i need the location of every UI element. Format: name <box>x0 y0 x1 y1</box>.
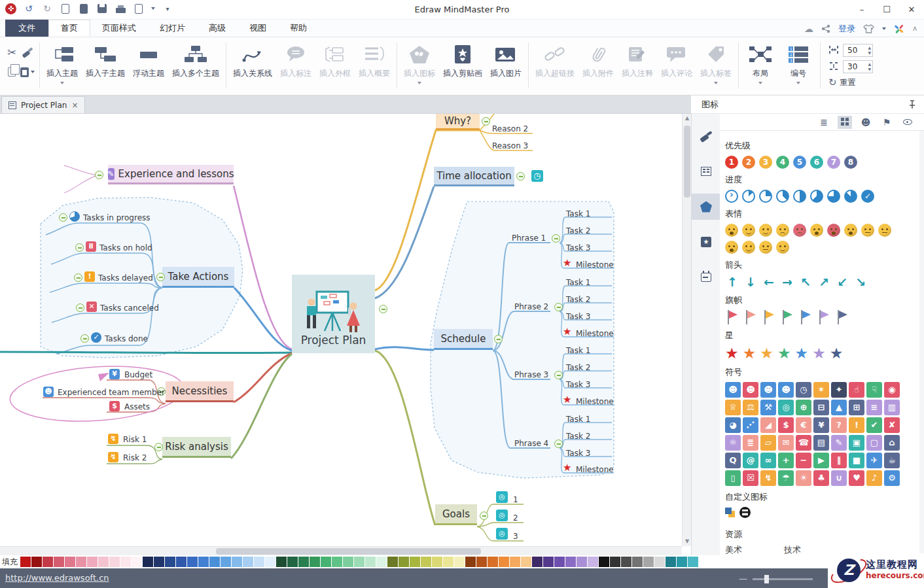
insert-picture-button[interactable]: 插入图片 <box>486 40 525 94</box>
subtopic-goal3[interactable]: 3 <box>513 532 518 541</box>
numbering-button[interactable]: 123 编号 <box>779 40 817 94</box>
lightning-icon[interactable]: ↯ <box>760 470 776 486</box>
emoji-icon[interactable] <box>844 224 857 237</box>
subtopic-tasks-in-progress[interactable]: Tasks in progress <box>83 213 151 222</box>
plus-icon[interactable]: + <box>778 453 794 468</box>
list-icon[interactable]: ≡ <box>866 400 882 415</box>
fill-swatch[interactable] <box>532 557 542 567</box>
globe-icon[interactable]: ⊕ <box>796 400 811 415</box>
flag-icon[interactable] <box>743 310 758 324</box>
subtopic-team-member[interactable]: Experienced team member <box>58 388 165 397</box>
emoji-icon[interactable] <box>725 241 738 254</box>
notebook-icon[interactable]: ▤ <box>813 435 829 451</box>
alarm-clock-icon[interactable]: ◷ <box>796 382 811 398</box>
progress-12.5-icon[interactable] <box>742 190 755 203</box>
subtopic-reason2[interactable]: Reason 2 <box>492 124 528 133</box>
emoji-icon[interactable] <box>878 224 891 237</box>
gear-icon[interactable]: ⚙ <box>884 470 900 486</box>
star-icon[interactable]: ★ <box>812 345 826 361</box>
zoom-slider[interactable] <box>753 578 813 580</box>
horizontal-scrollbar[interactable] <box>0 546 682 555</box>
task-label[interactable]: Task 1 <box>566 415 590 424</box>
milestone-label[interactable]: Milestone <box>576 465 614 474</box>
emoji-icon[interactable] <box>810 224 823 237</box>
fill-swatch[interactable] <box>76 557 86 567</box>
gavel-icon[interactable]: ⚒ <box>760 400 776 415</box>
insert-callout-button[interactable]: 插入标注 <box>276 40 315 94</box>
h-spacing-down-icon[interactable]: ▼ <box>868 50 871 55</box>
fill-swatch[interactable] <box>565 557 576 567</box>
star-icon[interactable]: ★ <box>743 345 756 361</box>
fill-swatch[interactable] <box>243 557 253 567</box>
fill-swatch[interactable] <box>643 557 654 567</box>
horizontal-spacing-input[interactable]: 50 ▲▼ <box>843 44 873 57</box>
emoji-icon[interactable] <box>793 224 806 237</box>
collapse-phrase1-icon[interactable] <box>552 234 560 243</box>
fill-swatch[interactable] <box>365 557 376 567</box>
v-spacing-down-icon[interactable]: ▼ <box>868 67 871 71</box>
task-label[interactable]: Task 2 <box>566 295 590 304</box>
fill-swatch[interactable] <box>54 557 64 567</box>
task-panel-button[interactable] <box>692 264 720 290</box>
topic-goals[interactable]: Goals <box>435 504 477 525</box>
progress-75-icon[interactable] <box>827 190 840 203</box>
fill-swatch[interactable] <box>476 557 487 567</box>
h-spacing-up-icon[interactable]: ▲ <box>868 45 871 50</box>
fill-swatch[interactable] <box>632 557 643 567</box>
cut-icon[interactable]: ✂ <box>7 46 16 59</box>
scroll-up-icon[interactable]: ▲ <box>683 114 692 123</box>
minus-icon[interactable]: − <box>796 453 811 468</box>
task-label[interactable]: Task 3 <box>566 243 590 252</box>
play-icon[interactable]: ▶ <box>813 453 829 468</box>
insert-note-button[interactable]: 插入注释 <box>618 40 657 94</box>
emoji-icon[interactable] <box>742 224 755 237</box>
fill-swatch[interactable] <box>421 557 431 567</box>
fill-swatch[interactable] <box>499 557 509 567</box>
floating-topic-button[interactable]: 浮动主题 <box>129 40 168 94</box>
topic-take-actions[interactable]: Take Actions <box>162 267 234 288</box>
coffee-icon[interactable]: ☕ <box>884 453 900 468</box>
topic-experience[interactable]: ✎ Experience and lessons <box>108 165 234 184</box>
fill-swatch[interactable] <box>287 557 298 567</box>
subtopic-phrase4[interactable]: Phrase 4 <box>514 439 548 448</box>
sun-icon[interactable]: ☀ <box>796 470 811 486</box>
theme-dropdown-icon[interactable] <box>882 27 886 30</box>
fill-swatch[interactable] <box>588 557 598 567</box>
fill-swatch[interactable] <box>387 557 398 567</box>
emoji-icon[interactable] <box>827 224 840 237</box>
star-icon[interactable]: ★ <box>777 345 791 361</box>
clock-icon[interactable]: ◷ <box>531 170 543 182</box>
task-label[interactable]: Task 1 <box>566 346 590 355</box>
task-label[interactable]: Task 2 <box>566 432 590 441</box>
subtopic-budget[interactable]: Budget <box>124 370 152 379</box>
rain-icon[interactable]: ☂ <box>778 470 794 486</box>
task-label[interactable]: Task 2 <box>566 363 590 372</box>
priority-5-icon[interactable]: 5 <box>793 156 806 169</box>
fill-swatch[interactable] <box>521 557 531 567</box>
custom-icon-1[interactable] <box>725 508 736 518</box>
flag-icon[interactable] <box>835 310 849 324</box>
folder-icon[interactable]: ▱ <box>760 435 776 451</box>
collapse-experience-icon[interactable] <box>95 171 103 179</box>
progress-87.5-icon[interactable] <box>844 190 857 203</box>
emoji-icon[interactable] <box>725 224 738 237</box>
arrow-icon[interactable]: ← <box>762 275 776 289</box>
progress-50-icon[interactable] <box>793 190 806 203</box>
resource-item[interactable]: 美术 <box>725 544 742 555</box>
tree-icon[interactable]: ♣ <box>813 470 829 486</box>
fill-swatch[interactable] <box>232 557 242 567</box>
fill-swatch[interactable] <box>410 557 420 567</box>
rocket-icon[interactable]: ▲ <box>831 400 847 415</box>
collapse-ribbon-icon[interactable]: ∧ <box>912 24 917 33</box>
pin-icon[interactable] <box>908 100 916 111</box>
star-icon[interactable]: ★ <box>795 345 809 361</box>
emoji-icon[interactable] <box>759 241 772 254</box>
add-person-icon[interactable]: ☻ <box>859 116 873 129</box>
manage-visibility-icon[interactable] <box>900 116 915 129</box>
vertical-scroll-thumb[interactable] <box>684 126 690 198</box>
damage-icon[interactable]: ☒ <box>743 470 758 486</box>
fill-swatch[interactable] <box>209 557 220 567</box>
fill-swatch[interactable] <box>43 557 53 567</box>
dollar-icon[interactable]: $ <box>778 417 794 433</box>
yuan-icon[interactable]: ¥ <box>813 417 829 433</box>
